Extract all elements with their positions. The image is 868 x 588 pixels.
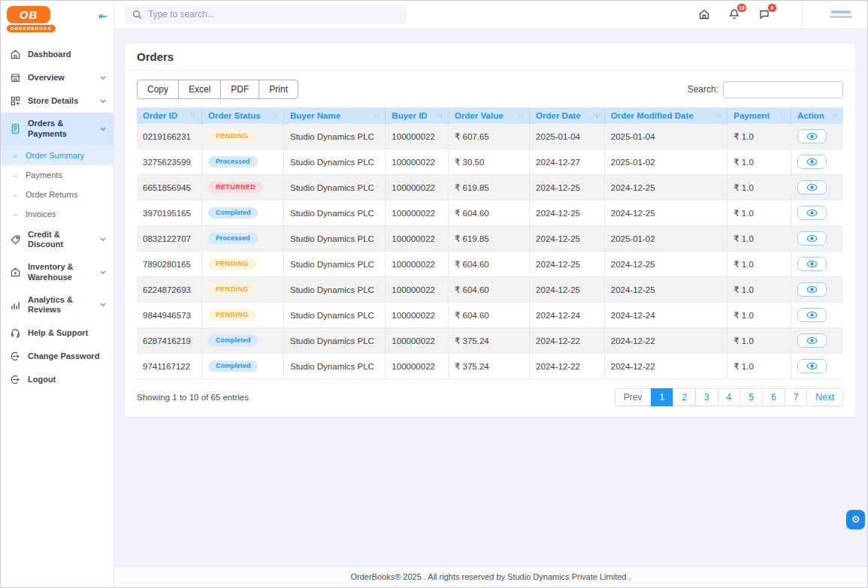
order-value-cell: ₹ 30.50: [449, 149, 530, 175]
arrow-circle-icon: [10, 351, 21, 362]
table-row: 9844946573PENDINGStudio Dynamics PLC1000…: [137, 303, 843, 328]
status-badge: PENDING: [208, 309, 256, 321]
view-order-button[interactable]: [797, 282, 827, 297]
pagination-2[interactable]: 2: [673, 388, 696, 406]
sidebar-item-label: Change Password: [28, 351, 106, 362]
order-value-cell: ₹ 604.60: [449, 277, 530, 303]
pagination-1[interactable]: 1: [651, 388, 674, 406]
profile-avatar[interactable]: [824, 4, 858, 25]
sidebar-item-order-summary[interactable]: → Order Summary: [1, 146, 113, 165]
sidebar-item-overview[interactable]: Overview: [1, 66, 113, 89]
sidebar-item-help-support[interactable]: Help & Support: [1, 321, 113, 345]
table-search-input[interactable]: [723, 81, 843, 98]
global-search-input[interactable]: [148, 9, 399, 20]
pagination-5[interactable]: 5: [739, 388, 763, 406]
pagination-next[interactable]: Next: [806, 388, 843, 406]
pagination-4[interactable]: 4: [718, 388, 741, 406]
sidebar-item-orders-payments[interactable]: Orders & Payments: [1, 113, 113, 146]
sidebar-item-label: Order Summary: [26, 151, 106, 160]
view-order-button[interactable]: [797, 206, 827, 220]
topbar: 19 0: [114, 1, 867, 29]
table-row: 6224872693PENDINGStudio Dynamics PLC1000…: [137, 277, 843, 303]
sort-icon: ↑↓: [518, 111, 523, 119]
pagination-6[interactable]: 6: [762, 388, 785, 406]
order-status-cell: Processed: [201, 226, 283, 252]
chevron-down-icon: [100, 127, 106, 131]
view-order-button[interactable]: [797, 308, 827, 322]
arrow-right-icon: →: [11, 171, 18, 179]
sidebar-item-credit-discount[interactable]: Credit & Discount: [1, 224, 113, 257]
column-header-buyer-name[interactable]: ↑↓Buyer Name: [284, 107, 386, 124]
buyer-name-cell: Studio Dynamics PLC: [284, 354, 386, 379]
order-date-cell: 2025-01-04: [530, 124, 605, 149]
sidebar-collapse-icon[interactable]: ⇤: [98, 11, 107, 21]
modified-date-cell: 2024-12-25: [604, 175, 727, 201]
column-header-order-id[interactable]: ↑↓Order ID: [137, 107, 201, 124]
payment-cell: ₹ 1.0: [727, 303, 791, 328]
action-cell: [791, 175, 843, 201]
payment-cell: ₹ 1.0: [727, 149, 791, 175]
status-badge: RETURNED: [208, 182, 263, 194]
search-icon: [132, 10, 142, 20]
table-footer: Showing 1 to 10 of 65 entries Prev123456…: [137, 379, 843, 406]
pagination-7[interactable]: 7: [785, 388, 808, 406]
sidebar-item-payments[interactable]: → Payments: [1, 165, 113, 185]
view-order-button[interactable]: [797, 359, 827, 373]
buyer-id-cell: 100000022: [386, 226, 449, 252]
pagination-3[interactable]: 3: [695, 388, 718, 406]
column-header-order-date[interactable]: ↑↓Order Date: [530, 107, 605, 124]
sort-icon: ↑↓: [374, 111, 379, 119]
order-date-cell: 2024-12-25: [530, 277, 605, 303]
sort-icon: ↑↓: [437, 111, 442, 119]
sidebar-item-analytics-reviews[interactable]: Analytics & Reviews: [1, 289, 113, 322]
pdf-button[interactable]: PDF: [220, 80, 259, 99]
column-header-payment[interactable]: ↑↓Payment: [727, 107, 791, 124]
order-value-cell: ₹ 604.60: [449, 201, 530, 226]
brand-logo[interactable]: OB ORDERBOOKS: [7, 6, 56, 32]
page-title: Orders: [137, 50, 843, 63]
sidebar-item-logout[interactable]: Logout: [1, 368, 113, 391]
view-order-button[interactable]: [797, 333, 827, 348]
column-header-buyer-id[interactable]: ↑↓Buyer ID: [386, 107, 449, 124]
status-badge: Processed: [208, 156, 258, 168]
column-header-action[interactable]: ↑↓Action: [791, 107, 843, 124]
copy-button[interactable]: Copy: [137, 80, 179, 99]
buyer-id-cell: 100000022: [386, 354, 449, 379]
column-header-order-modified-date[interactable]: ↑↓Order Modified Date: [604, 107, 727, 124]
table-row: 9741167122CompletedStudio Dynamics PLC10…: [137, 354, 843, 379]
table-row: 0832122707ProcessedStudio Dynamics PLC10…: [137, 226, 843, 252]
eye-icon: [806, 209, 818, 217]
view-order-button[interactable]: [797, 180, 827, 194]
brand: OB ORDERBOOKS ⇤: [1, 1, 113, 35]
excel-button[interactable]: Excel: [178, 80, 221, 99]
view-order-button[interactable]: [797, 231, 827, 246]
sidebar-item-invoices[interactable]: → Invoices: [1, 204, 113, 224]
column-header-order-value[interactable]: ↑↓Order Value: [449, 107, 530, 124]
message-count-badge: 0: [767, 3, 777, 13]
home-button[interactable]: [698, 8, 710, 20]
order-status-cell: Completed: [201, 201, 283, 226]
view-order-button[interactable]: [797, 129, 827, 143]
sidebar-item-store-details[interactable]: Store Details: [1, 89, 113, 113]
order-value-cell: ₹ 604.60: [449, 303, 530, 328]
status-badge: Completed: [208, 207, 259, 219]
sidebar-item-change-password[interactable]: Change Password: [1, 345, 113, 368]
sidebar-item-dashboard[interactable]: Dashboard: [1, 43, 113, 66]
order-id-cell: 6224872693: [137, 277, 201, 303]
modified-date-cell: 2025-01-04: [604, 124, 727, 149]
messages-button[interactable]: 0: [758, 8, 770, 20]
view-order-button[interactable]: [797, 257, 827, 271]
action-cell: [791, 226, 843, 252]
sidebar-item-order-returns[interactable]: → Order Returns: [1, 185, 113, 204]
order-value-cell: ₹ 619.85: [449, 175, 530, 201]
sort-icon: ↑↓: [593, 111, 598, 119]
view-order-button[interactable]: [797, 155, 827, 169]
column-header-order-status[interactable]: ↑↓Order Status: [201, 107, 283, 124]
sidebar-item-inventory-warehouse[interactable]: Inventory & Warehouse: [1, 256, 113, 289]
order-date-cell: 2024-12-27: [530, 149, 605, 175]
print-button[interactable]: Print: [259, 80, 298, 99]
export-button-group: Copy Excel PDF Print: [137, 80, 298, 99]
notifications-button[interactable]: 19: [728, 8, 740, 20]
settings-fab[interactable]: ⚙: [846, 510, 865, 529]
pagination-prev[interactable]: Prev: [615, 388, 652, 406]
